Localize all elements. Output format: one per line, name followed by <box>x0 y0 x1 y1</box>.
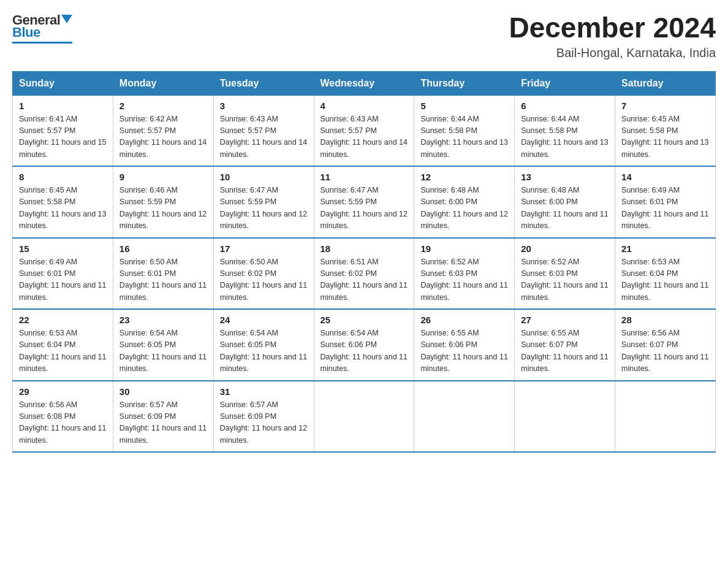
day-info: Sunrise: 6:57 AM Sunset: 6:09 PM Dayligh… <box>119 399 207 447</box>
table-row: 2 Sunrise: 6:42 AM Sunset: 5:57 PM Dayli… <box>113 95 213 166</box>
table-row: 14 Sunrise: 6:49 AM Sunset: 6:01 PM Dayl… <box>615 166 716 238</box>
table-row: 20 Sunrise: 6:52 AM Sunset: 6:03 PM Dayl… <box>515 238 615 310</box>
day-number: 3 <box>220 101 308 111</box>
day-info: Sunrise: 6:53 AM Sunset: 6:04 PM Dayligh… <box>19 327 107 375</box>
daylight-label: Daylight: 11 hours and 11 minutes. <box>119 424 207 444</box>
day-info: Sunrise: 6:47 AM Sunset: 5:59 PM Dayligh… <box>220 185 308 232</box>
day-number: 12 <box>420 172 508 182</box>
table-row: 30 Sunrise: 6:57 AM Sunset: 6:09 PM Dayl… <box>113 381 213 453</box>
day-number: 4 <box>320 101 408 111</box>
table-row: 10 Sunrise: 6:47 AM Sunset: 5:59 PM Dayl… <box>213 166 314 238</box>
day-info: Sunrise: 6:56 AM Sunset: 6:07 PM Dayligh… <box>621 327 709 375</box>
sunset-label: Sunset: 6:05 PM <box>119 340 176 349</box>
day-info: Sunrise: 6:52 AM Sunset: 6:03 PM Dayligh… <box>521 256 609 304</box>
sunrise-label: Sunrise: 6:43 AM <box>320 115 379 123</box>
logo-underline <box>12 42 72 44</box>
sunset-label: Sunset: 6:02 PM <box>220 269 276 278</box>
day-info: Sunrise: 6:45 AM Sunset: 5:58 PM Dayligh… <box>621 113 709 161</box>
sunset-label: Sunset: 6:05 PM <box>220 340 276 349</box>
table-row: 11 Sunrise: 6:47 AM Sunset: 5:59 PM Dayl… <box>314 166 414 238</box>
sunset-label: Sunset: 6:06 PM <box>420 340 477 349</box>
day-info: Sunrise: 6:47 AM Sunset: 5:59 PM Dayligh… <box>320 185 408 232</box>
calendar-header-row: Sunday Monday Tuesday Wednesday Thursday… <box>13 71 716 95</box>
table-row: 24 Sunrise: 6:54 AM Sunset: 6:05 PM Dayl… <box>213 309 314 381</box>
table-row: 28 Sunrise: 6:56 AM Sunset: 6:07 PM Dayl… <box>615 309 716 381</box>
day-info: Sunrise: 6:46 AM Sunset: 5:59 PM Dayligh… <box>119 185 207 232</box>
table-row <box>314 381 414 453</box>
table-row: 12 Sunrise: 6:48 AM Sunset: 6:00 PM Dayl… <box>414 166 515 238</box>
sunset-label: Sunset: 5:57 PM <box>19 126 75 135</box>
sunset-label: Sunset: 5:58 PM <box>420 126 477 135</box>
sunrise-label: Sunrise: 6:53 AM <box>621 258 680 266</box>
daylight-label: Daylight: 11 hours and 11 minutes. <box>220 281 307 301</box>
day-info: Sunrise: 6:45 AM Sunset: 5:58 PM Dayligh… <box>19 185 107 232</box>
daylight-label: Daylight: 11 hours and 12 minutes. <box>320 210 408 230</box>
day-number: 14 <box>621 172 709 182</box>
day-info: Sunrise: 6:50 AM Sunset: 6:01 PM Dayligh… <box>119 256 207 304</box>
table-row: 3 Sunrise: 6:43 AM Sunset: 5:57 PM Dayli… <box>213 95 314 166</box>
day-info: Sunrise: 6:50 AM Sunset: 6:02 PM Dayligh… <box>220 256 308 304</box>
table-row: 21 Sunrise: 6:53 AM Sunset: 6:04 PM Dayl… <box>615 238 716 310</box>
daylight-label: Daylight: 11 hours and 14 minutes. <box>220 138 307 158</box>
daylight-label: Daylight: 11 hours and 13 minutes. <box>420 138 507 158</box>
day-info: Sunrise: 6:48 AM Sunset: 6:00 PM Dayligh… <box>521 185 609 232</box>
table-row: 13 Sunrise: 6:48 AM Sunset: 6:00 PM Dayl… <box>515 166 615 238</box>
table-row: 4 Sunrise: 6:43 AM Sunset: 5:57 PM Dayli… <box>314 95 414 166</box>
sunset-label: Sunset: 5:59 PM <box>119 197 176 206</box>
table-row: 15 Sunrise: 6:49 AM Sunset: 6:01 PM Dayl… <box>13 238 113 310</box>
sunrise-label: Sunrise: 6:41 AM <box>19 115 77 123</box>
sunrise-label: Sunrise: 6:49 AM <box>621 186 680 194</box>
sunrise-label: Sunrise: 6:56 AM <box>621 329 680 337</box>
table-row: 23 Sunrise: 6:54 AM Sunset: 6:05 PM Dayl… <box>113 309 213 381</box>
sunset-label: Sunset: 5:59 PM <box>220 197 276 206</box>
table-row: 17 Sunrise: 6:50 AM Sunset: 6:02 PM Dayl… <box>213 238 314 310</box>
day-number: 27 <box>521 315 609 325</box>
table-row: 18 Sunrise: 6:51 AM Sunset: 6:02 PM Dayl… <box>314 238 414 310</box>
sunrise-label: Sunrise: 6:54 AM <box>320 329 379 337</box>
table-row <box>414 381 515 453</box>
daylight-label: Daylight: 11 hours and 14 minutes. <box>119 138 207 158</box>
day-number: 24 <box>220 315 308 325</box>
daylight-label: Daylight: 11 hours and 11 minutes. <box>19 281 106 301</box>
day-info: Sunrise: 6:57 AM Sunset: 6:09 PM Dayligh… <box>220 399 308 447</box>
calendar-week-row: 29 Sunrise: 6:56 AM Sunset: 6:08 PM Dayl… <box>13 381 716 453</box>
sunrise-label: Sunrise: 6:55 AM <box>420 329 479 337</box>
table-row: 29 Sunrise: 6:56 AM Sunset: 6:08 PM Dayl… <box>13 381 113 453</box>
sunrise-label: Sunrise: 6:52 AM <box>420 258 479 266</box>
col-friday: Friday <box>515 71 615 95</box>
sunrise-label: Sunrise: 6:46 AM <box>119 186 178 194</box>
sunrise-label: Sunrise: 6:50 AM <box>220 258 278 266</box>
sunset-label: Sunset: 5:59 PM <box>320 197 377 206</box>
daylight-label: Daylight: 11 hours and 11 minutes. <box>320 281 408 301</box>
table-row: 5 Sunrise: 6:44 AM Sunset: 5:58 PM Dayli… <box>414 95 515 166</box>
daylight-label: Daylight: 11 hours and 11 minutes. <box>420 353 507 373</box>
day-info: Sunrise: 6:55 AM Sunset: 6:06 PM Dayligh… <box>420 327 508 375</box>
sunset-label: Sunset: 6:08 PM <box>19 412 75 421</box>
day-number: 17 <box>220 243 308 254</box>
day-info: Sunrise: 6:56 AM Sunset: 6:08 PM Dayligh… <box>19 399 107 447</box>
sunrise-label: Sunrise: 6:45 AM <box>621 115 680 123</box>
daylight-label: Daylight: 11 hours and 14 minutes. <box>320 138 408 158</box>
logo-blue-text: Blue <box>12 25 40 40</box>
table-row: 1 Sunrise: 6:41 AM Sunset: 5:57 PM Dayli… <box>13 95 113 166</box>
day-number: 5 <box>420 101 508 111</box>
day-number: 2 <box>119 101 207 111</box>
table-row: 25 Sunrise: 6:54 AM Sunset: 6:06 PM Dayl… <box>314 309 414 381</box>
day-number: 29 <box>19 386 107 397</box>
sunset-label: Sunset: 6:04 PM <box>19 340 75 349</box>
sunrise-label: Sunrise: 6:48 AM <box>521 186 579 194</box>
day-info: Sunrise: 6:44 AM Sunset: 5:58 PM Dayligh… <box>521 113 609 161</box>
calendar-week-row: 8 Sunrise: 6:45 AM Sunset: 5:58 PM Dayli… <box>13 166 716 238</box>
table-row <box>515 381 615 453</box>
sunset-label: Sunset: 5:58 PM <box>521 126 577 135</box>
day-number: 20 <box>521 243 609 254</box>
col-monday: Monday <box>113 71 213 95</box>
daylight-label: Daylight: 11 hours and 11 minutes. <box>19 353 106 373</box>
location-title: Bail-Hongal, Karnataka, India <box>509 46 716 60</box>
day-number: 25 <box>320 315 408 325</box>
table-row: 26 Sunrise: 6:55 AM Sunset: 6:06 PM Dayl… <box>414 309 515 381</box>
sunset-label: Sunset: 6:00 PM <box>521 197 577 206</box>
sunrise-label: Sunrise: 6:43 AM <box>220 115 278 123</box>
table-row: 22 Sunrise: 6:53 AM Sunset: 6:04 PM Dayl… <box>13 309 113 381</box>
sunrise-label: Sunrise: 6:54 AM <box>220 329 278 337</box>
